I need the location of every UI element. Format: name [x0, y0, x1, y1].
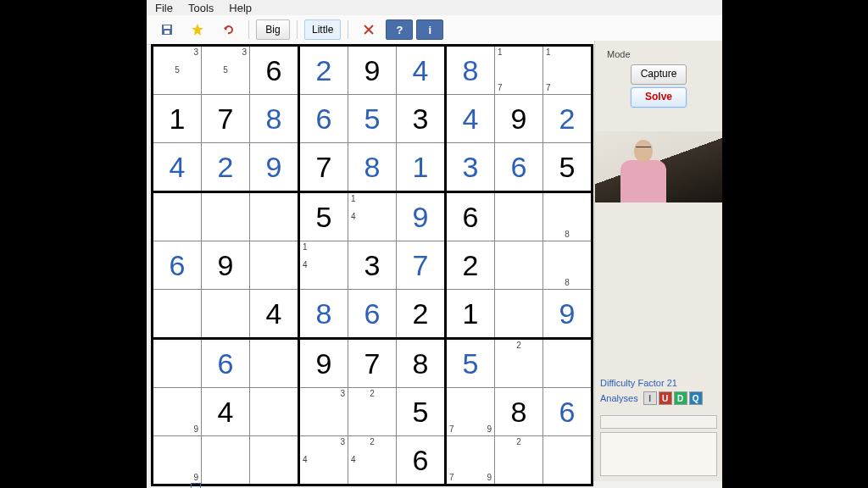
cell-r8c4[interactable]: 3 [299, 388, 348, 436]
cell-r5c3[interactable] [250, 241, 299, 290]
cell-r4c9[interactable]: 8 [543, 192, 593, 241]
cell-r6c9[interactable]: 9 [543, 290, 593, 339]
cell-r3c3[interactable]: 9 [250, 143, 299, 192]
cell-r9c7[interactable]: 79 [446, 436, 495, 485]
cell-r1c8[interactable]: 17 [495, 46, 543, 95]
analysis-I[interactable]: I [643, 391, 657, 405]
cell-r8c2[interactable]: 4 [202, 388, 250, 436]
cell-r1c2[interactable]: 35 [202, 46, 250, 95]
cell-r3c1[interactable]: 4 [153, 143, 202, 192]
menu-tools[interactable]: Tools [188, 2, 214, 14]
menu-file[interactable]: File [155, 2, 173, 14]
cell-r7c2[interactable]: 6 [202, 339, 250, 388]
analysis-Q[interactable]: Q [689, 391, 703, 405]
cell-r2c5[interactable]: 5 [348, 95, 397, 143]
help-button[interactable]: ? [386, 19, 413, 40]
cell-r6c7[interactable]: 1 [446, 290, 495, 339]
cell-r6c6[interactable]: 2 [397, 290, 446, 339]
cell-r9c1[interactable]: 9 [153, 436, 202, 485]
cell-r4c1[interactable] [153, 192, 202, 241]
capture-button[interactable]: Capture [631, 64, 687, 85]
cell-r4c8[interactable] [495, 192, 543, 241]
cell-r8c3[interactable] [250, 388, 299, 436]
cell-r2c3[interactable]: 8 [250, 95, 299, 143]
cell-r3c4[interactable]: 7 [299, 143, 348, 192]
cell-r1c9[interactable]: 17 [543, 46, 593, 95]
cell-r6c1[interactable] [153, 290, 202, 339]
cell-r4c4[interactable]: 5 [299, 192, 348, 241]
cell-r1c6[interactable]: 4 [397, 46, 446, 95]
cell-r2c4[interactable]: 6 [299, 95, 348, 143]
cell-r3c2[interactable]: 2 [202, 143, 250, 192]
cell-r6c4[interactable]: 8 [299, 290, 348, 339]
undo-icon[interactable] [214, 19, 242, 40]
cell-r3c5[interactable]: 8 [348, 143, 397, 192]
cell-r5c6[interactable]: 7 [397, 241, 446, 290]
cell-r2c1[interactable]: 1 [153, 95, 202, 143]
cell-r7c5[interactable]: 7 [348, 339, 397, 388]
cell-r5c5[interactable]: 3 [348, 241, 397, 290]
cell-r3c7[interactable]: 3 [446, 143, 495, 192]
big-button[interactable]: Big [256, 19, 290, 40]
analysis-D[interactable]: D [674, 391, 687, 405]
cell-r9c8[interactable]: 2 [495, 436, 543, 485]
cell-r2c8[interactable]: 9 [495, 95, 543, 143]
cell-r1c7[interactable]: 8 [446, 46, 495, 95]
cell-r5c4[interactable]: 14 [299, 241, 348, 290]
cell-r7c9[interactable] [543, 339, 593, 388]
cell-r4c5[interactable]: 14 [348, 192, 397, 241]
sudoku-board[interactable]: 3535629481717178653492429781365514968691… [151, 44, 593, 486]
cell-r2c2[interactable]: 7 [202, 95, 250, 143]
cell-r6c8[interactable] [495, 290, 543, 339]
little-button[interactable]: Little [304, 19, 341, 40]
cell-r5c1[interactable]: 6 [153, 241, 202, 290]
cell-r9c3[interactable] [250, 436, 299, 485]
cell-r7c7[interactable]: 5 [446, 339, 495, 388]
cell-r6c2[interactable] [202, 290, 250, 339]
cell-r4c6[interactable]: 9 [397, 192, 446, 241]
cell-r2c7[interactable]: 4 [446, 95, 495, 143]
cell-r1c3[interactable]: 6 [250, 46, 299, 95]
cell-r9c2[interactable] [202, 436, 250, 485]
cell-r7c8[interactable]: 2 [495, 339, 543, 388]
cell-r4c3[interactable] [250, 192, 299, 241]
cell-r9c5[interactable]: 24 [348, 436, 397, 485]
cell-r7c4[interactable]: 9 [299, 339, 348, 388]
analysis-U[interactable]: U [659, 391, 672, 405]
menu-help[interactable]: Help [229, 2, 252, 14]
cell-r7c1[interactable] [153, 339, 202, 388]
delete-icon[interactable] [355, 19, 382, 40]
cell-r8c1[interactable]: 9 [153, 388, 202, 436]
cell-r4c7[interactable]: 6 [446, 192, 495, 241]
cell-r5c9[interactable]: 8 [543, 241, 593, 290]
cell-r4c2[interactable] [202, 192, 250, 241]
cell-r7c3[interactable] [250, 339, 299, 388]
cell-r5c2[interactable]: 9 [202, 241, 250, 290]
cell-r2c6[interactable]: 3 [397, 95, 446, 143]
save-icon[interactable] [153, 19, 181, 40]
cell-r2c9[interactable]: 2 [543, 95, 593, 143]
favorite-icon[interactable] [184, 19, 211, 40]
cell-r8c9[interactable]: 6 [543, 388, 593, 436]
cell-r3c6[interactable]: 1 [397, 143, 446, 192]
cell-r9c9[interactable] [543, 436, 593, 485]
cell-r8c8[interactable]: 8 [495, 388, 543, 436]
cell-r1c1[interactable]: 35 [153, 46, 202, 95]
cell-r7c6[interactable]: 8 [397, 339, 446, 388]
svg-marker-3 [192, 24, 203, 36]
cell-r3c9[interactable]: 5 [543, 143, 593, 192]
solve-button[interactable]: Solve [631, 87, 687, 108]
cell-r6c3[interactable]: 4 [250, 290, 299, 339]
cell-r5c7[interactable]: 2 [446, 241, 495, 290]
cell-r3c8[interactable]: 6 [495, 143, 543, 192]
cell-r9c6[interactable]: 6 [397, 436, 446, 485]
cell-r1c5[interactable]: 9 [348, 46, 397, 95]
info-button[interactable]: i [416, 19, 443, 40]
cell-r8c5[interactable]: 2 [348, 388, 397, 436]
cell-r9c4[interactable]: 34 [299, 436, 348, 485]
cell-r1c4[interactable]: 2 [299, 46, 348, 95]
cell-r6c5[interactable]: 6 [348, 290, 397, 339]
cell-r8c7[interactable]: 79 [446, 388, 495, 436]
cell-r5c8[interactable] [495, 241, 543, 290]
cell-r8c6[interactable]: 5 [397, 388, 446, 436]
